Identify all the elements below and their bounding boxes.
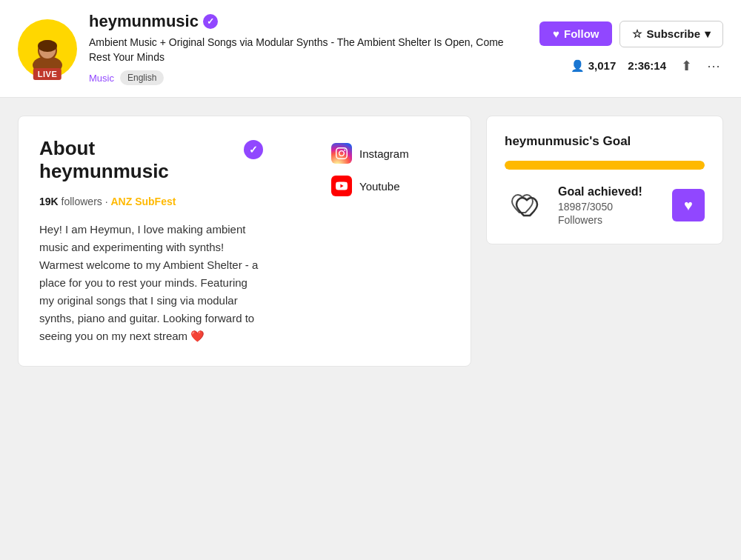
about-header: Aboutheymunmusic ✓: [39, 137, 263, 183]
social-links: Instagram Youtube: [331, 137, 450, 344]
goal-progress-fill: [505, 161, 705, 170]
star-icon: ☆: [632, 27, 642, 41]
header-buttons: ♥ Follow ☆ Subscribe ▾: [539, 21, 723, 47]
instagram-label: Instagram: [359, 147, 409, 160]
stream-title: Ambient Music + Original Songs via Modul…: [89, 36, 519, 64]
youtube-svg: [336, 180, 348, 192]
followers-count: 19K: [39, 196, 59, 207]
about-left: Aboutheymunmusic ✓ 19K followers · ANZ S…: [39, 137, 263, 344]
about-title: Aboutheymunmusic: [39, 137, 169, 183]
header-actions: ♥ Follow ☆ Subscribe ▾ 👤 3,017 2:36:14 ⬆…: [539, 21, 723, 77]
youtube-label: Youtube: [359, 180, 400, 193]
channel-header: LIVE heymunmusic ✓ Ambient Music + Origi…: [0, 0, 741, 98]
goal-text: Goal achieved! 18987/3050 Followers: [558, 185, 660, 226]
tag-music[interactable]: Music: [89, 73, 114, 84]
goal-followers-label: Followers: [558, 214, 660, 226]
header-info: heymunmusic ✓ Ambient Music + Original S…: [89, 12, 528, 85]
stream-time: 2:36:14: [628, 59, 666, 72]
instagram-link[interactable]: Instagram: [331, 143, 450, 164]
viewer-count: 👤 3,017: [571, 59, 617, 73]
goal-numbers: 18987/3050: [558, 201, 660, 213]
instagram-svg: [336, 147, 348, 159]
svg-point-3: [38, 40, 57, 52]
subscribe-button[interactable]: ☆ Subscribe ▾: [619, 21, 723, 47]
avatar-wrapper: LIVE: [18, 19, 77, 79]
instagram-icon: [331, 143, 352, 164]
goal-progress-bar: [505, 161, 705, 170]
goal-achieved-label: Goal achieved!: [558, 185, 660, 199]
viewer-row: 👤 3,017 2:36:14 ⬆ ⋯: [571, 55, 723, 77]
youtube-icon: [331, 176, 352, 196]
chevron-down-icon: ▾: [705, 27, 711, 41]
goal-info-row: Goal achieved! 18987/3050 Followers ♥: [505, 184, 705, 226]
goal-target: 3050: [590, 201, 613, 213]
followers-row: 19K followers · ANZ SubFest: [39, 196, 263, 207]
goal-title: heymunmusic's Goal: [505, 134, 705, 149]
campaign-link[interactable]: ANZ SubFest: [111, 196, 176, 207]
channel-username: heymunmusic: [89, 12, 199, 31]
followers-label: followers ·: [62, 196, 111, 207]
main-content: Aboutheymunmusic ✓ 19K followers · ANZ S…: [0, 98, 741, 384]
hearts-icon: [505, 184, 546, 226]
goal-heart-icon: ♥: [684, 197, 693, 214]
hearts-svg: [505, 184, 546, 226]
more-button[interactable]: ⋯: [704, 55, 723, 77]
username-row: heymunmusic ✓: [89, 12, 528, 31]
live-badge: LIVE: [33, 68, 62, 80]
about-card: Aboutheymunmusic ✓ 19K followers · ANZ S…: [18, 116, 471, 366]
tag-english: English: [120, 70, 164, 85]
goal-card: heymunmusic's Goal Goal achieved! 18987/…: [486, 116, 723, 244]
follow-label: Follow: [564, 27, 599, 40]
goal-heart-button[interactable]: ♥: [672, 189, 705, 221]
goal-current: 18987: [558, 201, 587, 213]
viewer-number: 3,017: [588, 59, 617, 72]
tags-row: Music English: [89, 70, 528, 85]
about-bio: Hey! I am Heymun, I love making ambient …: [39, 221, 263, 345]
verified-icon: ✓: [203, 14, 218, 29]
about-columns: Aboutheymunmusic ✓ 19K followers · ANZ S…: [39, 137, 450, 344]
person-icon: 👤: [571, 59, 585, 73]
about-verified-icon: ✓: [244, 140, 263, 159]
follow-button[interactable]: ♥ Follow: [539, 21, 612, 46]
follow-heart-icon: ♥: [553, 27, 559, 40]
subscribe-label: Subscribe: [646, 27, 700, 40]
youtube-link[interactable]: Youtube: [331, 176, 450, 196]
icon-actions: ⬆ ⋯: [678, 55, 723, 77]
share-button[interactable]: ⬆: [678, 55, 695, 77]
